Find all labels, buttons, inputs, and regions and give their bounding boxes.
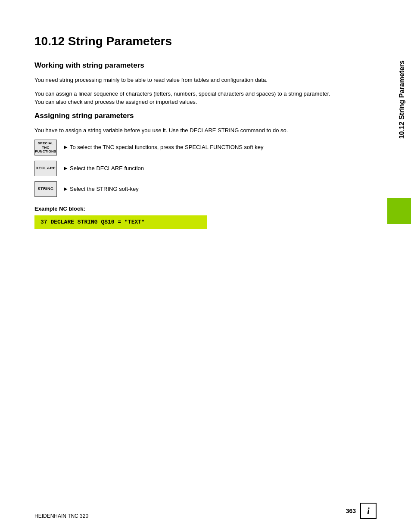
step-row-3: STRING ▶ Select the STRING soft-key: [34, 181, 336, 197]
step-row-2: DECLARE ▶ Select the DECLARE function: [34, 161, 336, 176]
step3-text: ▶ Select the STRING soft-key: [64, 181, 139, 193]
step1-arrow: ▶: [64, 143, 67, 151]
example-section: Example NC block: 37 DECLARE STRING QS10…: [34, 205, 336, 229]
info-icon: i: [360, 503, 377, 519]
info-letter: i: [367, 506, 370, 516]
footer: HEIDENHAIN TNC 320 363 i: [0, 503, 411, 519]
step-row-1: SPECIAL TNC FUNCTIONS ▶ To select the TN…: [34, 140, 336, 156]
step3-description: Select the STRING soft-key: [70, 185, 139, 193]
step1-description: To select the TNC special functions, pre…: [70, 143, 263, 152]
side-banner: 10.12 String Parameters: [387, 0, 411, 508]
page-number: 363: [346, 507, 356, 514]
side-banner-text: 10.12 String Parameters: [398, 60, 406, 139]
step2-arrow: ▶: [64, 165, 67, 172]
string-softkey: STRING: [34, 181, 57, 197]
declare-label: DECLARE: [36, 166, 56, 171]
working-para2: You can assign a linear sequence of char…: [34, 90, 336, 106]
step1-text: ▶ To select the TNC special functions, p…: [64, 140, 263, 152]
step2-description: Select the DECLARE function: [70, 164, 144, 173]
chapter-title: 10.12 String Parameters: [34, 34, 336, 48]
steps-section: SPECIAL TNC FUNCTIONS ▶ To select the TN…: [34, 140, 336, 197]
softkey-line2: TNC: [42, 146, 49, 150]
footer-product-name: HEIDENHAIN TNC 320: [34, 513, 88, 519]
softkey-line1: SPECIAL: [38, 141, 54, 146]
green-accent-decoration: [387, 198, 411, 224]
special-functions-softkey: SPECIAL TNC FUNCTIONS: [34, 140, 57, 156]
working-para1: You need string processing mainly to be …: [34, 76, 336, 84]
section-title-working: Working with string parameters: [34, 61, 336, 70]
step3-arrow: ▶: [64, 185, 67, 193]
softkey-line3: FUNCTIONS: [35, 149, 56, 154]
step2-text: ▶ Select the DECLARE function: [64, 161, 144, 173]
footer-right: 363 i: [346, 503, 377, 519]
declare-softkey: DECLARE: [34, 161, 57, 176]
example-label: Example NC block:: [34, 205, 336, 212]
section-title-assigning: Assigning string parameters: [34, 112, 336, 120]
code-block: 37 DECLARE STRING QS10 = "TEXT": [34, 215, 207, 229]
string-label: STRING: [37, 187, 53, 191]
assigning-intro: You have to assign a string variable bef…: [34, 126, 336, 135]
